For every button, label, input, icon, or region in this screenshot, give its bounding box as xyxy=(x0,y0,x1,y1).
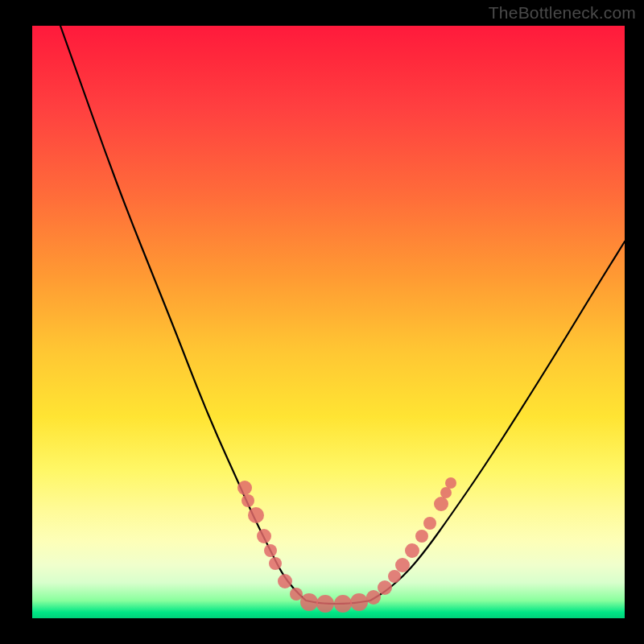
data-point xyxy=(415,530,428,543)
data-point xyxy=(350,593,368,611)
data-point xyxy=(269,557,282,570)
curve-group xyxy=(60,26,625,604)
data-point xyxy=(434,497,448,511)
data-point xyxy=(445,477,456,489)
data-point xyxy=(366,590,381,605)
chart-svg xyxy=(32,26,625,618)
data-point xyxy=(290,588,303,601)
data-point xyxy=(242,494,254,507)
watermark-text: TheBottleneck.com xyxy=(489,3,636,23)
data-point xyxy=(264,544,277,557)
data-point xyxy=(257,529,271,543)
data-point xyxy=(248,507,264,523)
data-point xyxy=(440,487,452,498)
data-point xyxy=(388,570,401,583)
data-point xyxy=(395,558,410,572)
data-point xyxy=(278,574,292,588)
data-point xyxy=(300,593,318,611)
bottleneck-curve xyxy=(60,26,625,604)
plot-area xyxy=(32,26,625,618)
data-point xyxy=(316,595,334,613)
chart-frame: TheBottleneck.com xyxy=(0,0,644,644)
data-point xyxy=(334,595,352,613)
marker-group xyxy=(237,477,456,613)
data-point xyxy=(423,517,436,530)
data-point xyxy=(378,580,392,595)
data-point xyxy=(405,543,419,558)
data-point xyxy=(237,481,252,495)
